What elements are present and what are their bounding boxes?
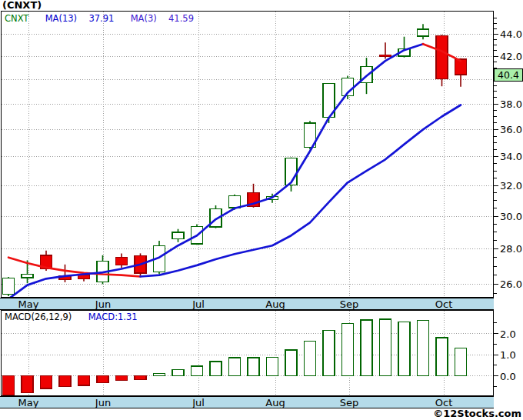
- price-x-axis-months: MayJunJulAugSepOct: [0, 298, 494, 310]
- price-axis-label: 26.0: [500, 278, 522, 290]
- macd-bar-negative: [59, 376, 71, 387]
- macd-bar-positive: [398, 322, 410, 375]
- month-label: Jul: [192, 298, 205, 310]
- price-chart-panel: [1, 11, 494, 298]
- macd-bar-positive: [455, 348, 467, 376]
- macd-bar-positive: [323, 330, 335, 375]
- current-price-tag: 40.4: [494, 68, 523, 82]
- macd-bar-positive: [210, 362, 222, 376]
- candle-down: [436, 36, 448, 79]
- macd-bar-positive: [380, 319, 391, 376]
- price-axis-label: 32.0: [500, 180, 522, 192]
- stock-chart-page: (CNXT) CNXT MA(13) 37.91 MA(3) 41.59 26.…: [0, 0, 523, 420]
- macd-bar-positive: [172, 369, 184, 375]
- macd-bar-negative: [116, 376, 128, 381]
- candle-up: [172, 232, 184, 238]
- watermark-copyright: ©12Stocks.com: [433, 408, 521, 419]
- macd-bar-negative: [41, 376, 52, 388]
- macd-x-axis-months: MayJunJulAugSepOct: [0, 396, 494, 408]
- legend-symbol: CNXT: [5, 13, 28, 24]
- price-y-axis: 26.028.030.032.034.036.038.042.044.0: [494, 11, 523, 298]
- macd-params-label: MACD(26,12,9): [5, 312, 72, 322]
- macd-bar-positive: [154, 373, 165, 375]
- macd-bar-negative: [3, 376, 15, 395]
- macd-bar-positive: [267, 357, 278, 375]
- month-label: Jun: [95, 397, 111, 408]
- macd-bar-positive: [285, 350, 297, 376]
- month-label: Sep: [340, 298, 359, 310]
- macd-chart-svg: [2, 311, 493, 395]
- candle-up: [22, 275, 33, 278]
- month-label: Aug: [265, 397, 285, 408]
- month-label: Jun: [95, 298, 111, 310]
- macd-header: MACD(26,12,9) MACD:1.31: [5, 312, 138, 322]
- macd-bar-positive: [192, 366, 203, 376]
- macd-value-label: MACD:1.31: [88, 312, 138, 322]
- price-chart-legend: CNXT MA(13) 37.91 MA(3) 41.59: [5, 13, 194, 24]
- macd-axis-label: 2.0: [500, 328, 516, 340]
- legend-ma3-label: MA(3): [131, 13, 157, 24]
- price-axis-label: 44.0: [500, 28, 522, 40]
- price-axis-label: 38.0: [500, 98, 522, 110]
- macd-bar-positive: [436, 338, 448, 376]
- price-chart-svg: [2, 12, 493, 297]
- candle-down: [380, 55, 391, 57]
- legend-ma3-value: 41.59: [168, 13, 194, 24]
- price-axis-label: 30.0: [500, 211, 522, 222]
- macd-bar-negative: [78, 376, 90, 385]
- month-label: May: [18, 298, 39, 310]
- macd-axis-label: 0.0: [500, 371, 516, 382]
- macd-y-axis-svg: 0.01.02.0: [494, 310, 523, 396]
- macd-bar-negative: [97, 376, 108, 383]
- macd-bar-positive: [305, 341, 316, 375]
- legend-ma13-label: MA(13): [45, 13, 77, 24]
- macd-y-axis: 0.01.02.0: [494, 310, 523, 396]
- macd-bar-negative: [22, 376, 33, 393]
- price-axis-label: 28.0: [500, 243, 522, 255]
- price-y-axis-svg: 26.028.030.032.034.036.038.042.044.0: [494, 11, 523, 298]
- month-label: Oct: [435, 397, 452, 408]
- macd-bar-negative: [135, 376, 146, 380]
- legend-ma13-value: 37.91: [88, 13, 114, 24]
- month-label: Sep: [340, 397, 359, 408]
- page-title: (CNXT): [2, 0, 42, 11]
- month-label: Oct: [435, 298, 452, 310]
- month-label: Aug: [265, 298, 285, 310]
- ma-slow-line: [141, 105, 461, 277]
- candle-down: [116, 257, 128, 265]
- price-axis-label: 36.0: [500, 124, 522, 135]
- price-axis-label: 34.0: [500, 151, 522, 162]
- macd-bar-positive: [342, 324, 354, 376]
- price-axis-label: 42.0: [500, 51, 522, 62]
- macd-panel: [1, 310, 494, 396]
- candle-up: [418, 29, 429, 36]
- month-label: May: [18, 397, 39, 408]
- candle-up: [229, 196, 241, 208]
- macd-bar-positive: [248, 358, 259, 376]
- macd-axis-label: 1.0: [500, 349, 516, 361]
- month-label: Jul: [192, 397, 205, 408]
- macd-bar-positive: [361, 320, 372, 376]
- macd-bar-positive: [229, 358, 241, 376]
- macd-bar-positive: [418, 321, 429, 376]
- candle-up: [3, 278, 15, 295]
